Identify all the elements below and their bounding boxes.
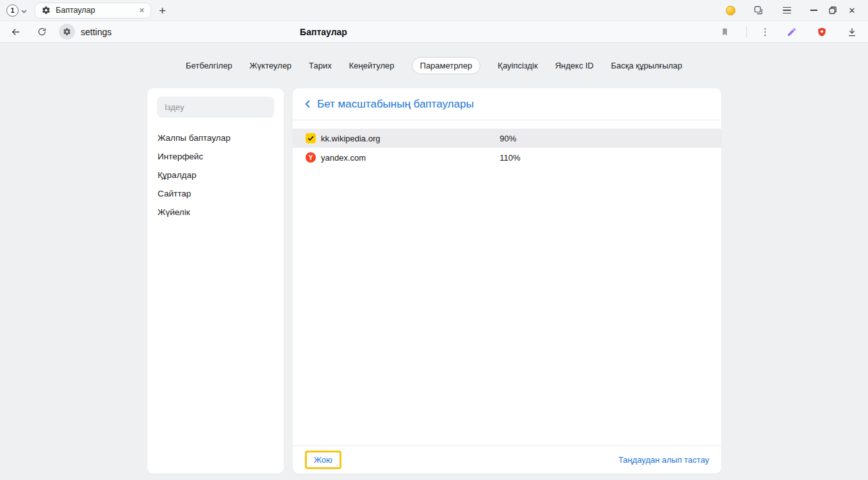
site-zoom-row[interactable]: kk.wikipedia.org 90% bbox=[293, 129, 721, 148]
more-icon[interactable]: ⋮ bbox=[760, 27, 770, 36]
tab-title: Баптаулар bbox=[56, 6, 133, 15]
sidebar-sections: Жалпы баптаулар Интерфейс Құралдар Сайтт… bbox=[157, 129, 274, 221]
panel-title[interactable]: Бет масштабының баптаулары bbox=[317, 98, 474, 111]
nav-tab-other-devices[interactable]: Басқа құрылғылар bbox=[611, 58, 682, 74]
toolbar-actions: ⋮ bbox=[716, 24, 860, 40]
browser-toolbar: settings Баптаулар ⋮ bbox=[0, 21, 868, 43]
nav-tab-extensions[interactable]: Кеңейтулер bbox=[349, 58, 395, 74]
site-zoom-list: kk.wikipedia.org 90% Y yandex.com 110% bbox=[293, 120, 721, 445]
tab-count-badge: 1 bbox=[6, 4, 19, 17]
nav-tab-yandex-id[interactable]: Яндекс ID bbox=[555, 58, 593, 74]
nav-tab-downloads[interactable]: Жүктеулер bbox=[250, 58, 292, 74]
tabs-overview-icon[interactable] bbox=[753, 4, 764, 16]
deselect-all-link[interactable]: Таңдаудан алып тастау bbox=[618, 455, 709, 465]
nav-tab-settings[interactable]: Параметрлер bbox=[412, 57, 481, 74]
panel-header: Бет масштабының баптаулары bbox=[293, 88, 721, 120]
address-text[interactable]: settings bbox=[81, 27, 111, 37]
browser-tab-settings[interactable]: Баптаулар ✕ bbox=[35, 3, 151, 19]
checkbox-checked-icon[interactable] bbox=[306, 133, 316, 143]
menu-icon[interactable] bbox=[781, 4, 792, 16]
address-bar[interactable]: settings bbox=[59, 24, 111, 40]
pen-icon[interactable] bbox=[783, 24, 800, 40]
back-chevron-icon[interactable] bbox=[305, 99, 311, 109]
site-zoom-row[interactable]: Y yandex.com 110% bbox=[293, 148, 721, 167]
site-name: kk.wikipedia.org bbox=[321, 134, 500, 143]
close-window-button[interactable]: ✕ bbox=[842, 1, 862, 20]
restore-button[interactable] bbox=[823, 1, 842, 20]
bookmark-icon[interactable] bbox=[716, 24, 733, 40]
tabbar-actions bbox=[725, 4, 792, 16]
sidebar-item-sites[interactable]: Сайттар bbox=[157, 184, 274, 203]
new-tab-button[interactable]: + bbox=[159, 4, 166, 17]
settings-sidebar: Жалпы баптаулар Интерфейс Құралдар Сайтт… bbox=[147, 88, 284, 474]
sidebar-item-interface[interactable]: Интерфейс bbox=[157, 147, 274, 166]
nav-tab-history[interactable]: Тарих bbox=[309, 58, 332, 74]
chevron-down-icon bbox=[21, 4, 27, 16]
search-input[interactable] bbox=[157, 97, 274, 118]
zoom-value: 90% bbox=[500, 134, 516, 143]
tab-group-button[interactable]: 1 bbox=[6, 4, 27, 17]
zoom-settings-panel: Бет масштабының баптаулары kk.wikipedia.… bbox=[293, 88, 721, 474]
minimize-button[interactable] bbox=[804, 1, 823, 20]
protect-shield-icon[interactable] bbox=[814, 24, 830, 40]
nav-tab-security[interactable]: Қауіпсіздік bbox=[498, 58, 537, 74]
site-badge-icon[interactable] bbox=[59, 24, 75, 40]
sidebar-item-tools[interactable]: Құралдар bbox=[157, 166, 274, 184]
tab-close-icon[interactable]: ✕ bbox=[138, 6, 146, 15]
reload-icon[interactable] bbox=[33, 24, 50, 40]
nav-tab-bookmarks[interactable]: Бетбелгілер bbox=[186, 58, 233, 74]
sidebar-item-general[interactable]: Жалпы баптаулар bbox=[157, 129, 274, 147]
tab-strip: 1 Баптаулар ✕ + bbox=[0, 0, 868, 21]
settings-page: Бетбелгілер Жүктеулер Тарих Кеңейтулер П… bbox=[0, 43, 868, 479]
panel-footer: Жою Таңдаудан алып тастау bbox=[293, 446, 721, 474]
download-icon[interactable] bbox=[844, 24, 860, 40]
toolbar-divider bbox=[746, 26, 747, 38]
gear-icon bbox=[42, 6, 51, 15]
browser-window: 1 Баптаулар ✕ + bbox=[0, 0, 868, 480]
back-icon[interactable] bbox=[8, 24, 24, 40]
window-controls: ✕ bbox=[804, 1, 862, 20]
site-name: yandex.com bbox=[321, 153, 500, 163]
delete-button[interactable]: Жою bbox=[305, 451, 341, 469]
page-title: Баптаулар bbox=[300, 27, 347, 37]
settings-nav: Бетбелгілер Жүктеулер Тарих Кеңейтулер П… bbox=[0, 57, 868, 74]
yandex-favicon-icon[interactable]: Y bbox=[306, 152, 316, 163]
zoom-value: 110% bbox=[500, 153, 520, 163]
rewards-icon[interactable] bbox=[725, 4, 736, 16]
sidebar-item-system[interactable]: Жүйелік bbox=[157, 203, 274, 221]
